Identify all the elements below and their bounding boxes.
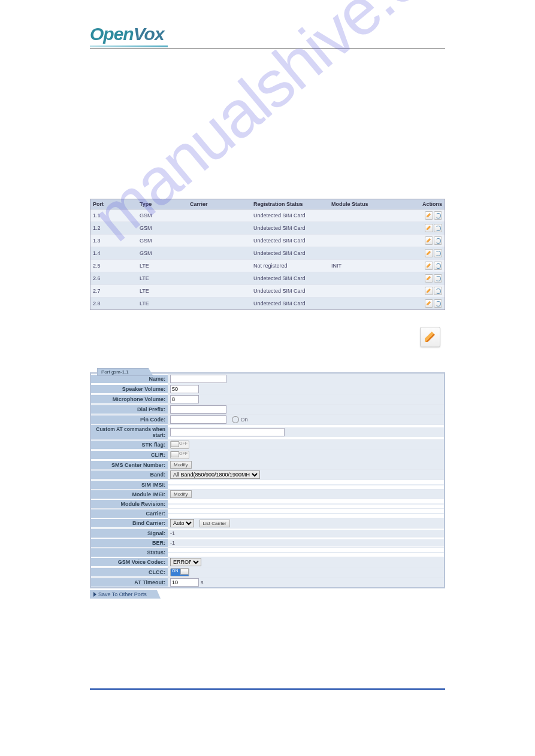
imei-modify-button[interactable]: Modify	[170, 490, 192, 498]
table-cell	[329, 285, 413, 297]
expand-icon	[93, 592, 96, 597]
stk-toggle[interactable]: OFF	[170, 441, 189, 449]
label-band: Band:	[91, 470, 168, 479]
timeout-input[interactable]	[170, 578, 199, 587]
label-name: Name:	[91, 375, 168, 383]
table-cell	[188, 272, 251, 285]
edit-icon[interactable]	[425, 274, 433, 283]
carrier-value	[168, 513, 444, 514]
refresh-icon[interactable]	[434, 249, 442, 257]
table-cell: LTE	[137, 260, 188, 272]
list-carrier-button[interactable]: List Carrier	[200, 520, 230, 527]
logo-open: Open	[90, 24, 134, 44]
name-input[interactable]	[170, 375, 226, 383]
table-cell	[329, 272, 413, 285]
refresh-icon[interactable]	[434, 299, 442, 308]
col-header: Registration Status	[251, 199, 329, 210]
edit-icon[interactable]	[425, 249, 433, 257]
table-cell: 1.4	[90, 247, 137, 260]
label-signal: Signal:	[91, 529, 168, 538]
label-pin: Pin Code:	[91, 415, 168, 424]
label-smsc: SMS Center Number:	[91, 461, 168, 469]
speaker-input[interactable]	[170, 385, 199, 393]
edit-icon[interactable]	[425, 299, 433, 308]
label-rev: Module Revision:	[91, 500, 168, 508]
table-cell	[188, 285, 251, 297]
mic-input[interactable]	[170, 395, 199, 403]
edit-icon[interactable]	[425, 236, 433, 245]
table-row: 2.8LTEUndetected SIM Card	[90, 297, 445, 310]
edit-icon[interactable]	[425, 211, 433, 220]
label-clcc: CLCC:	[91, 568, 168, 576]
edit-icon[interactable]	[425, 287, 433, 295]
dial-input[interactable]	[170, 405, 226, 414]
col-header: Carrier	[188, 199, 251, 210]
band-select[interactable]: All Band(850/900/1800/1900MHZ)	[170, 470, 260, 479]
rev-value	[168, 503, 444, 505]
label-speaker: Speaker Volume:	[91, 385, 168, 393]
table-cell	[188, 235, 251, 247]
logo-vox: Vox	[134, 24, 164, 44]
pin-on-label: On	[241, 417, 248, 423]
refresh-icon[interactable]	[434, 236, 442, 245]
table-cell	[329, 297, 413, 310]
label-timeout: AT Timeout:	[91, 578, 168, 587]
col-header: Type	[137, 199, 188, 210]
label-codec: GSM Voice Codec:	[91, 558, 168, 566]
table-cell: 2.5	[90, 260, 137, 272]
table-cell: Undetected SIM Card	[251, 235, 329, 247]
label-carrier: Carrier:	[91, 509, 168, 518]
label-mic: Microphone Volume:	[91, 395, 168, 403]
pin-input[interactable]	[170, 415, 226, 424]
edit-button[interactable]	[420, 327, 440, 347]
table-cell: LTE	[137, 272, 188, 285]
save-label: Save To Other Ports	[98, 591, 147, 597]
label-stk: STK flag:	[91, 441, 168, 449]
table-cell	[329, 210, 413, 222]
bind-select[interactable]: Auto	[170, 519, 194, 527]
edit-icon[interactable]	[425, 262, 433, 270]
col-header: Module Status	[329, 199, 413, 210]
label-bind: Bind Carrier:	[91, 519, 168, 527]
refresh-icon[interactable]	[434, 224, 442, 232]
table-cell: GSM	[137, 247, 188, 260]
table-cell: 1.3	[90, 235, 137, 247]
label-dial: Dial Prefix:	[91, 405, 168, 414]
clir-toggle[interactable]: OFF	[170, 451, 189, 459]
save-to-other-ports[interactable]: Save To Other Ports	[90, 590, 161, 599]
table-cell: 1.1	[90, 210, 137, 222]
smsc-modify-button[interactable]: Modify	[170, 461, 192, 469]
table-cell: Undetected SIM Card	[251, 247, 329, 260]
codec-select[interactable]: ERROR	[170, 558, 201, 566]
table-cell: Not registered	[251, 260, 329, 272]
custom-at-input[interactable]	[170, 428, 285, 436]
refresh-icon[interactable]	[434, 262, 442, 270]
table-cell: Undetected SIM Card	[251, 285, 329, 297]
table-cell: Undetected SIM Card	[251, 222, 329, 235]
table-cell: 2.8	[90, 297, 137, 310]
pin-on-radio[interactable]	[232, 416, 239, 423]
table-row: 1.4GSMUndetected SIM Card	[90, 247, 445, 260]
form-title: Port gsm-1.1	[97, 368, 153, 376]
table-cell: INIT	[329, 260, 413, 272]
refresh-icon[interactable]	[434, 274, 442, 283]
table-cell	[188, 222, 251, 235]
table-cell: LTE	[137, 297, 188, 310]
table-cell: LTE	[137, 285, 188, 297]
refresh-icon[interactable]	[434, 211, 442, 220]
table-cell: Undetected SIM Card	[251, 272, 329, 285]
signal-value: -1	[168, 530, 444, 537]
edit-icon[interactable]	[425, 224, 433, 232]
port-form: Port gsm-1.1 Name: Speaker Volume: Micro…	[90, 372, 445, 588]
refresh-icon[interactable]	[434, 287, 442, 295]
logo: OpenVox	[90, 24, 445, 47]
table-cell: GSM	[137, 222, 188, 235]
table-cell: GSM	[137, 235, 188, 247]
table-cell	[329, 222, 413, 235]
table-row: 1.2GSMUndetected SIM Card	[90, 222, 445, 235]
label-imsi: SIM IMSI:	[91, 481, 168, 489]
footer-divider	[90, 688, 445, 690]
clcc-toggle[interactable]: ON	[170, 568, 189, 576]
table-cell: 1.2	[90, 222, 137, 235]
table-row: 2.6LTEUndetected SIM Card	[90, 272, 445, 285]
